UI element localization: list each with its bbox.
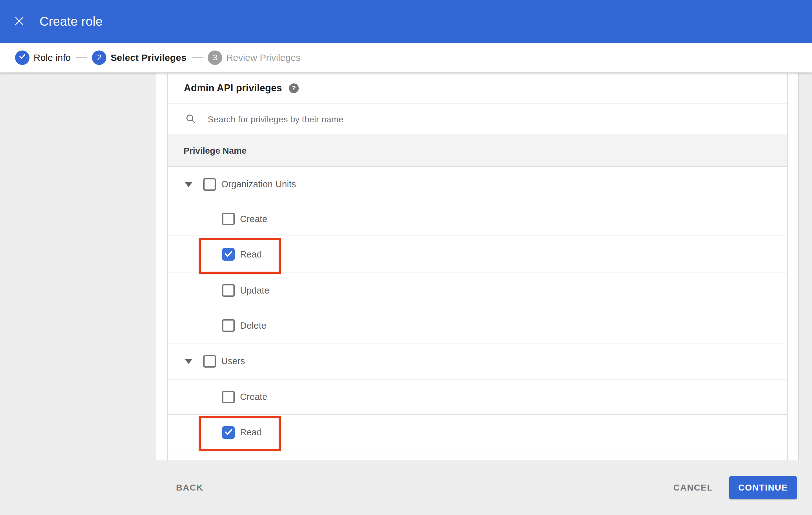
privilege-row-orgunits-create[interactable]: Create — [168, 202, 787, 236]
close-icon — [14, 16, 24, 27]
collapse-arrow-icon[interactable] — [184, 182, 193, 187]
step-3-circle: 3 — [208, 51, 222, 65]
table-column-header: Privilege Name — [168, 134, 787, 166]
card-heading-row: Admin API privileges ? — [168, 73, 787, 103]
checkbox-orgunits-delete[interactable] — [222, 319, 235, 332]
privilege-group-row-organization-units[interactable]: Organization Units — [168, 166, 787, 202]
scrollbar-gutter[interactable] — [798, 73, 812, 460]
step-1-circle — [15, 51, 29, 65]
step-2-circle: 2 — [92, 51, 106, 65]
collapse-arrow-icon[interactable] — [184, 359, 193, 364]
check-icon — [18, 52, 26, 63]
privilege-label: Read — [240, 427, 262, 437]
dialog-title: Create role — [39, 14, 103, 29]
column-header-label: Privilege Name — [183, 146, 246, 156]
privilege-row-orgunits-delete[interactable]: Delete — [168, 308, 787, 343]
checkbox-orgunits-create[interactable] — [222, 213, 235, 225]
cancel-button[interactable]: CANCEL — [673, 483, 713, 493]
checkbox-orgunits-update[interactable] — [222, 284, 235, 297]
help-icon[interactable]: ? — [289, 84, 299, 93]
check-icon — [223, 427, 234, 438]
checkbox-users-create[interactable] — [222, 391, 235, 403]
privilege-label: Organization Units — [221, 179, 296, 189]
step-select-privileges[interactable]: 2 Select Privileges — [92, 51, 186, 65]
privilege-row-orgunits-read[interactable]: Read — [168, 236, 787, 273]
step-2-label: Select Privileges — [111, 52, 186, 63]
section-title: Admin API privileges — [184, 83, 282, 94]
check-icon — [223, 248, 234, 260]
footer-actions: CANCEL CONTINUE — [673, 476, 812, 499]
step-connector — [76, 57, 87, 58]
privilege-label: Update — [240, 285, 269, 296]
privilege-search-row — [168, 103, 787, 134]
checkbox-users-read[interactable] — [222, 426, 235, 439]
privilege-label: Users — [221, 356, 245, 366]
back-button[interactable]: BACK — [176, 483, 203, 493]
search-icon — [185, 113, 196, 126]
privilege-label: Delete — [240, 321, 266, 331]
continue-button[interactable]: CONTINUE — [729, 476, 797, 499]
privilege-label: Create — [240, 214, 267, 224]
step-1-label: Role info — [34, 52, 70, 63]
step-role-info[interactable]: Role info — [15, 51, 70, 65]
close-button[interactable] — [14, 16, 25, 27]
checkbox-users[interactable] — [203, 355, 216, 368]
step-3-label: Review Privileges — [226, 52, 300, 63]
footer-bar: BACK CANCEL CONTINUE — [0, 460, 812, 515]
privilege-row-users-read[interactable]: Read — [168, 414, 787, 450]
search-input[interactable] — [207, 114, 678, 125]
privilege-group-row-users[interactable]: Users — [168, 343, 787, 379]
checkbox-organization-units[interactable] — [203, 178, 216, 191]
privilege-row-orgunits-update[interactable]: Update — [168, 273, 787, 308]
privilege-label: Create — [240, 392, 267, 402]
left-background-panel — [0, 73, 156, 460]
privilege-row-users-create[interactable]: Create — [168, 379, 787, 414]
create-role-dialog: Create role Role info 2 Select Privilege… — [0, 0, 812, 515]
checkbox-orgunits-read[interactable] — [222, 248, 235, 261]
step-connector — [192, 57, 203, 58]
clipped-next-row — [168, 450, 787, 460]
step-review-privileges[interactable]: 3 Review Privileges — [208, 51, 300, 65]
appbar: Create role — [0, 0, 812, 43]
privilege-label: Read — [240, 249, 262, 260]
privileges-card: Admin API privileges ? Privilege Name Or… — [167, 73, 788, 460]
stepper: Role info 2 Select Privileges 3 Review P… — [0, 43, 812, 73]
